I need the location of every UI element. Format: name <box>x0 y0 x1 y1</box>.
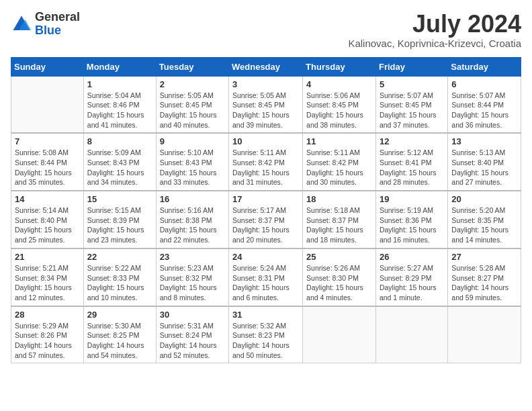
day-info: Sunrise: 5:06 AM Sunset: 8:45 PM Dayligh… <box>306 91 372 130</box>
location: Kalinovac, Koprivnica-Krizevci, Croatia <box>348 38 521 49</box>
calendar-table: SundayMondayTuesdayWednesdayThursdayFrid… <box>11 57 521 364</box>
table-row: 16Sunrise: 5:16 AM Sunset: 8:38 PM Dayli… <box>156 191 228 248</box>
day-info: Sunrise: 5:16 AM Sunset: 8:38 PM Dayligh… <box>160 205 225 245</box>
table-row: 5Sunrise: 5:07 AM Sunset: 8:45 PM Daylig… <box>375 76 447 133</box>
calendar-week-4: 21Sunrise: 5:21 AM Sunset: 8:34 PM Dayli… <box>11 248 521 306</box>
day-info: Sunrise: 5:19 AM Sunset: 8:36 PM Dayligh… <box>380 205 444 245</box>
table-row: 11Sunrise: 5:11 AM Sunset: 8:42 PM Dayli… <box>303 133 376 191</box>
table-row: 4Sunrise: 5:06 AM Sunset: 8:45 PM Daylig… <box>303 76 376 133</box>
page-header: General Blue July 2024 Kalinovac, Kopriv… <box>11 11 521 49</box>
table-row: 17Sunrise: 5:17 AM Sunset: 8:37 PM Dayli… <box>229 191 303 248</box>
table-row: 26Sunrise: 5:27 AM Sunset: 8:29 PM Dayli… <box>375 248 447 306</box>
day-info: Sunrise: 5:26 AM Sunset: 8:30 PM Dayligh… <box>306 263 372 303</box>
day-number: 27 <box>451 252 517 262</box>
day-number: 9 <box>160 136 225 146</box>
day-info: Sunrise: 5:20 AM Sunset: 8:35 PM Dayligh… <box>451 205 517 245</box>
day-info: Sunrise: 5:30 AM Sunset: 8:25 PM Dayligh… <box>87 321 152 361</box>
header-friday: Friday <box>375 57 447 76</box>
day-info: Sunrise: 5:10 AM Sunset: 8:43 PM Dayligh… <box>160 148 225 187</box>
day-info: Sunrise: 5:07 AM Sunset: 8:45 PM Dayligh… <box>380 91 444 130</box>
day-number: 16 <box>160 194 225 204</box>
table-row: 25Sunrise: 5:26 AM Sunset: 8:30 PM Dayli… <box>303 248 376 306</box>
table-row: 3Sunrise: 5:05 AM Sunset: 8:45 PM Daylig… <box>229 76 303 133</box>
day-number: 13 <box>451 136 517 146</box>
table-row: 8Sunrise: 5:09 AM Sunset: 8:43 PM Daylig… <box>83 133 156 191</box>
day-number: 28 <box>15 310 80 320</box>
day-number: 29 <box>87 310 152 320</box>
day-info: Sunrise: 5:14 AM Sunset: 8:40 PM Dayligh… <box>15 205 80 245</box>
table-row: 9Sunrise: 5:10 AM Sunset: 8:43 PM Daylig… <box>156 133 228 191</box>
day-info: Sunrise: 5:24 AM Sunset: 8:31 PM Dayligh… <box>232 263 299 303</box>
calendar-week-2: 7Sunrise: 5:08 AM Sunset: 8:44 PM Daylig… <box>11 133 521 191</box>
calendar-week-5: 28Sunrise: 5:29 AM Sunset: 8:26 PM Dayli… <box>11 306 521 363</box>
day-number: 6 <box>451 79 517 89</box>
day-info: Sunrise: 5:17 AM Sunset: 8:37 PM Dayligh… <box>232 205 299 245</box>
table-row <box>303 306 376 363</box>
day-number: 18 <box>306 194 372 204</box>
table-row: 30Sunrise: 5:31 AM Sunset: 8:24 PM Dayli… <box>156 306 228 363</box>
day-number: 31 <box>232 310 299 320</box>
logo-icon <box>11 13 32 35</box>
day-number: 3 <box>232 79 299 89</box>
table-row: 1Sunrise: 5:04 AM Sunset: 8:46 PM Daylig… <box>83 76 156 133</box>
calendar-week-1: 1Sunrise: 5:04 AM Sunset: 8:46 PM Daylig… <box>11 76 521 133</box>
day-info: Sunrise: 5:28 AM Sunset: 8:27 PM Dayligh… <box>451 263 517 303</box>
day-number: 1 <box>87 79 152 89</box>
table-row: 23Sunrise: 5:23 AM Sunset: 8:32 PM Dayli… <box>156 248 228 306</box>
day-info: Sunrise: 5:22 AM Sunset: 8:33 PM Dayligh… <box>87 263 152 303</box>
day-info: Sunrise: 5:31 AM Sunset: 8:24 PM Dayligh… <box>160 321 225 361</box>
calendar-week-3: 14Sunrise: 5:14 AM Sunset: 8:40 PM Dayli… <box>11 191 521 248</box>
logo-text: General Blue <box>35 11 80 38</box>
day-number: 7 <box>15 136 80 146</box>
day-number: 19 <box>380 194 444 204</box>
day-info: Sunrise: 5:32 AM Sunset: 8:23 PM Dayligh… <box>232 321 299 361</box>
header-saturday: Saturday <box>448 57 521 76</box>
day-number: 26 <box>380 252 444 262</box>
day-info: Sunrise: 5:05 AM Sunset: 8:45 PM Dayligh… <box>160 91 225 130</box>
day-number: 15 <box>87 194 152 204</box>
logo: General Blue <box>11 11 80 38</box>
calendar-header-row: SundayMondayTuesdayWednesdayThursdayFrid… <box>11 57 521 76</box>
day-number: 12 <box>380 136 444 146</box>
day-number: 22 <box>87 252 152 262</box>
table-row: 6Sunrise: 5:07 AM Sunset: 8:44 PM Daylig… <box>448 76 521 133</box>
day-number: 24 <box>232 252 299 262</box>
table-row: 22Sunrise: 5:22 AM Sunset: 8:33 PM Dayli… <box>83 248 156 306</box>
day-info: Sunrise: 5:13 AM Sunset: 8:40 PM Dayligh… <box>451 148 517 187</box>
day-number: 5 <box>380 79 444 89</box>
table-row: 14Sunrise: 5:14 AM Sunset: 8:40 PM Dayli… <box>11 191 84 248</box>
day-info: Sunrise: 5:18 AM Sunset: 8:37 PM Dayligh… <box>306 205 372 245</box>
table-row: 29Sunrise: 5:30 AM Sunset: 8:25 PM Dayli… <box>83 306 156 363</box>
title-block: July 2024 Kalinovac, Koprivnica-Krizevci… <box>348 11 521 49</box>
day-number: 20 <box>451 194 517 204</box>
day-number: 8 <box>87 136 152 146</box>
day-number: 17 <box>232 194 299 204</box>
table-row: 28Sunrise: 5:29 AM Sunset: 8:26 PM Dayli… <box>11 306 84 363</box>
table-row: 18Sunrise: 5:18 AM Sunset: 8:37 PM Dayli… <box>303 191 376 248</box>
table-row: 7Sunrise: 5:08 AM Sunset: 8:44 PM Daylig… <box>11 133 84 191</box>
table-row: 27Sunrise: 5:28 AM Sunset: 8:27 PM Dayli… <box>448 248 521 306</box>
table-row: 12Sunrise: 5:12 AM Sunset: 8:41 PM Dayli… <box>375 133 447 191</box>
day-info: Sunrise: 5:07 AM Sunset: 8:44 PM Dayligh… <box>451 91 517 130</box>
table-row: 21Sunrise: 5:21 AM Sunset: 8:34 PM Dayli… <box>11 248 84 306</box>
header-sunday: Sunday <box>11 57 84 76</box>
table-row <box>448 306 521 363</box>
day-number: 25 <box>306 252 372 262</box>
day-number: 10 <box>232 136 299 146</box>
logo-general: General <box>35 11 80 24</box>
header-tuesday: Tuesday <box>156 57 228 76</box>
day-info: Sunrise: 5:27 AM Sunset: 8:29 PM Dayligh… <box>380 263 444 303</box>
day-number: 4 <box>306 79 372 89</box>
table-row <box>375 306 447 363</box>
header-wednesday: Wednesday <box>229 57 303 76</box>
table-row: 10Sunrise: 5:11 AM Sunset: 8:42 PM Dayli… <box>229 133 303 191</box>
header-thursday: Thursday <box>303 57 376 76</box>
day-info: Sunrise: 5:15 AM Sunset: 8:39 PM Dayligh… <box>87 205 152 245</box>
day-number: 23 <box>160 252 225 262</box>
day-number: 21 <box>15 252 80 262</box>
day-info: Sunrise: 5:21 AM Sunset: 8:34 PM Dayligh… <box>15 263 80 303</box>
logo-blue: Blue <box>35 24 80 38</box>
day-number: 11 <box>306 136 372 146</box>
day-info: Sunrise: 5:08 AM Sunset: 8:44 PM Dayligh… <box>15 148 80 187</box>
header-monday: Monday <box>83 57 156 76</box>
